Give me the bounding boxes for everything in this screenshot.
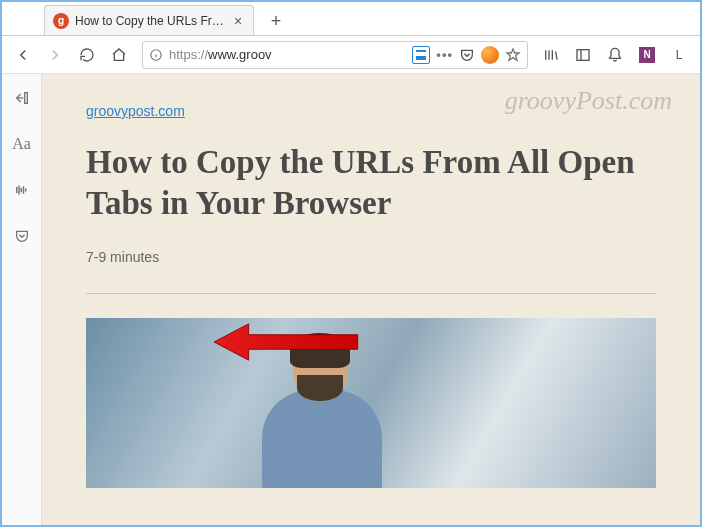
- reader-mode-icon[interactable]: [412, 46, 430, 64]
- svg-rect-2: [24, 93, 27, 104]
- tab-strip: g How to Copy the URLs From All Open Tab…: [2, 2, 700, 36]
- font-controls-button[interactable]: Aa: [8, 130, 36, 158]
- firefox-icon[interactable]: [481, 46, 499, 64]
- divider: [86, 293, 656, 294]
- tab-favicon: g: [53, 13, 69, 29]
- home-button[interactable]: [104, 40, 134, 70]
- pocket-icon[interactable]: [459, 47, 475, 63]
- info-icon[interactable]: [149, 48, 163, 62]
- more-icon[interactable]: •••: [436, 47, 453, 62]
- url-text: https://www.groov: [169, 47, 406, 62]
- back-button[interactable]: [8, 40, 38, 70]
- tab-title: How to Copy the URLs From All Open Tabs: [75, 14, 225, 28]
- read-time: 7-9 minutes: [86, 249, 656, 265]
- new-tab-button[interactable]: +: [262, 7, 290, 35]
- save-pocket-icon[interactable]: [8, 222, 36, 250]
- reader-sidebar: Aa: [2, 74, 42, 525]
- forward-button[interactable]: [40, 40, 70, 70]
- close-tab-icon[interactable]: ×: [231, 14, 245, 28]
- content-area: Aa groovyPost.com groovypost.com How to …: [2, 74, 700, 525]
- article-title: How to Copy the URLs From All Open Tabs …: [86, 142, 656, 225]
- toolbar: https://www.groov ••• N L: [2, 36, 700, 74]
- url-bar[interactable]: https://www.groov •••: [142, 41, 528, 69]
- site-link[interactable]: groovypost.com: [86, 103, 185, 119]
- sidebar-toggle-icon[interactable]: [568, 40, 598, 70]
- library-icon[interactable]: [536, 40, 566, 70]
- narrate-icon[interactable]: [8, 176, 36, 204]
- close-reader-icon[interactable]: [8, 84, 36, 112]
- article-hero-image: [86, 318, 656, 488]
- svg-rect-1: [577, 49, 589, 60]
- browser-tab[interactable]: g How to Copy the URLs From All Open Tab…: [44, 5, 254, 35]
- toolbar-right: N L: [536, 40, 694, 70]
- onenote-icon[interactable]: N: [632, 40, 662, 70]
- account-button[interactable]: L: [664, 40, 694, 70]
- notifications-icon[interactable]: [600, 40, 630, 70]
- bookmark-star-icon[interactable]: [505, 47, 521, 63]
- watermark: groovyPost.com: [505, 86, 672, 116]
- reload-button[interactable]: [72, 40, 102, 70]
- reader-view: groovyPost.com groovypost.com How to Cop…: [42, 74, 700, 525]
